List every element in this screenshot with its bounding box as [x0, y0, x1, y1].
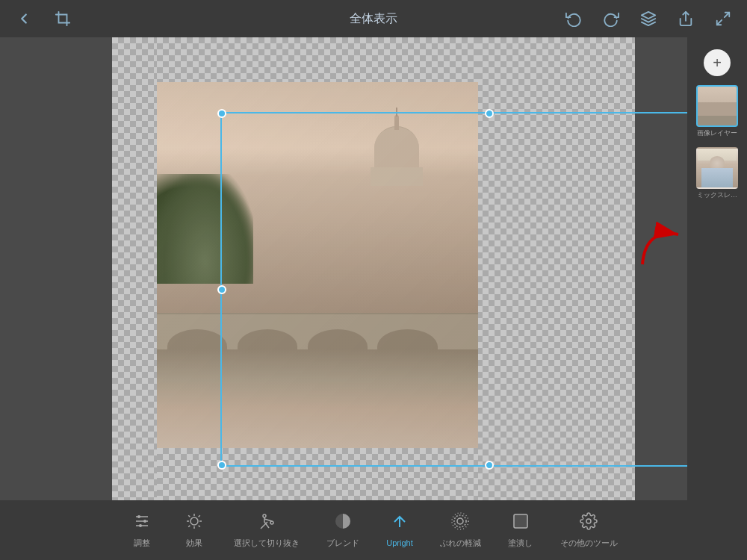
paint-label: 塗潰し	[508, 538, 533, 549]
svg-line-3	[717, 20, 722, 25]
tool-paint[interactable]: 塗潰し	[495, 506, 547, 555]
layer-label-city: 画像レイヤー	[697, 128, 737, 138]
arrow-annotation	[633, 217, 693, 276]
svg-rect-28	[514, 514, 527, 528]
right-sidebar: + 画像レイヤー ミックスレ…	[687, 37, 747, 500]
svg-point-21	[270, 521, 273, 524]
tool-adjust[interactable]: 調整	[116, 506, 168, 555]
canvas-area[interactable]	[0, 37, 747, 500]
bottom-toolbar: 調整 効果 選択して切り抜き	[0, 500, 747, 560]
undo-button[interactable]	[562, 7, 586, 31]
svg-line-2	[725, 13, 729, 17]
canvas-wrapper	[112, 37, 635, 500]
checker-top	[157, 37, 478, 82]
top-bar-left	[12, 7, 75, 31]
city-scene	[157, 82, 478, 448]
back-button[interactable]	[12, 7, 36, 31]
page-title: 全体表示	[350, 11, 397, 27]
blur-label: ぶれの軽減	[440, 538, 481, 549]
tool-cutout[interactable]: 選択して切り抜き	[220, 506, 313, 555]
top-bar: 全体表示	[0, 0, 747, 37]
layer-label-person: ミックスレ…	[697, 190, 737, 200]
checker-bottom	[157, 448, 478, 500]
redo-button[interactable]	[599, 7, 623, 31]
svg-point-10	[139, 524, 142, 527]
effects-label: 効果	[186, 538, 202, 549]
blur-icon	[451, 512, 469, 535]
adjust-icon	[133, 512, 151, 535]
cutout-label: 選択して切り抜き	[234, 538, 300, 549]
layer-thumb-person[interactable]	[696, 147, 738, 189]
svg-marker-0	[642, 12, 655, 19]
adjust-label: 調整	[134, 538, 150, 549]
svg-line-19	[188, 525, 190, 526]
top-bar-right	[562, 7, 735, 31]
svg-line-16	[188, 515, 190, 517]
warm-overlay	[157, 82, 478, 448]
layer-item-city: 画像レイヤー	[696, 85, 738, 138]
cutout-icon	[258, 512, 276, 535]
blend-label: ブレンド	[326, 538, 359, 549]
svg-line-17	[199, 525, 200, 526]
crop-button[interactable]	[51, 7, 75, 31]
tool-more[interactable]: その他のツール	[547, 506, 631, 555]
add-layer-button[interactable]: +	[704, 49, 731, 76]
more-icon	[580, 512, 598, 535]
more-label: その他のツール	[560, 538, 618, 549]
paint-icon	[512, 512, 530, 535]
layer-thumb-city[interactable]	[696, 85, 738, 127]
blend-icon	[334, 512, 352, 535]
layer-item-person: ミックスレ…	[696, 147, 738, 200]
effects-icon	[185, 512, 203, 535]
share-button[interactable]	[674, 7, 698, 31]
svg-point-11	[190, 517, 198, 525]
expand-button[interactable]	[711, 7, 735, 31]
svg-point-8	[137, 515, 140, 518]
tool-effects[interactable]: 効果	[168, 506, 220, 555]
tool-blend[interactable]: ブレンド	[313, 506, 373, 555]
svg-point-26	[454, 515, 466, 527]
svg-point-9	[143, 520, 146, 523]
upright-label: Upright	[386, 538, 412, 547]
tool-upright[interactable]: Upright	[373, 507, 426, 553]
svg-point-30	[586, 519, 591, 523]
main-image	[157, 82, 478, 448]
layers-button[interactable]	[636, 7, 660, 31]
svg-line-18	[199, 515, 200, 517]
upright-icon	[391, 513, 409, 535]
tool-blur[interactable]: ぶれの軽減	[427, 506, 495, 555]
svg-point-20	[263, 514, 266, 517]
svg-point-25	[457, 518, 463, 524]
